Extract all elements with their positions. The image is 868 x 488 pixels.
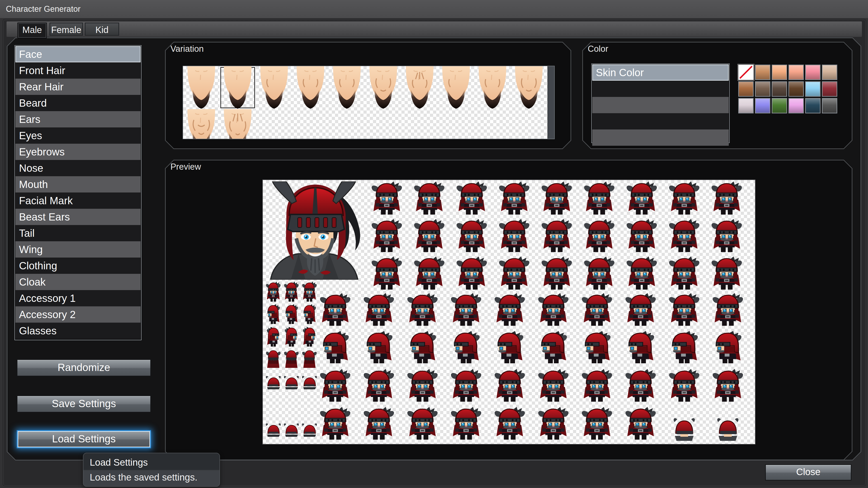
variation-cell-7[interactable]: [438, 66, 474, 109]
category-item-face[interactable]: Face: [16, 46, 141, 62]
tab-male[interactable]: Male: [18, 23, 47, 38]
preview-sprite-front: [370, 182, 404, 217]
preview-sprite-front: [493, 369, 527, 404]
preview-sprite-front: [318, 369, 352, 404]
category-item-rear-hair[interactable]: Rear Hair: [16, 78, 141, 95]
swatch-color-17[interactable]: [822, 98, 837, 113]
category-item-wing[interactable]: Wing: [16, 241, 141, 258]
preview-sprite-front: [536, 407, 570, 442]
character-portrait: [264, 182, 364, 280]
preview-sprite-side: [362, 331, 396, 366]
preview-sprite-back: [265, 349, 281, 371]
category-item-eyebrows[interactable]: Eyebrows: [16, 144, 141, 160]
category-item-accessory-1[interactable]: Accessory 1: [16, 290, 141, 306]
randomize-button[interactable]: Randomize: [17, 359, 151, 377]
preview-sprite-front: [405, 293, 439, 328]
preview-panel: Preview: [165, 160, 852, 460]
preview-sprite-front: [455, 256, 489, 292]
generator-window: MaleFemaleKid FaceFront HairRear HairBea…: [3, 19, 866, 486]
color-target-empty[interactable]: [592, 80, 729, 97]
swatch-none[interactable]: [738, 65, 754, 80]
category-item-cloak[interactable]: Cloak: [16, 274, 141, 290]
preview-sprite-front: [667, 219, 701, 255]
swatch-color-6[interactable]: [738, 81, 754, 97]
preview-sprite-front: [536, 369, 570, 404]
preview-sprite-side: [301, 304, 318, 326]
preview-sprite-front: [370, 256, 404, 292]
variation-cell-10[interactable]: [183, 109, 219, 139]
preview-sprite-front: [493, 293, 527, 328]
variation-cell-11[interactable]: [219, 109, 256, 139]
preview-sprite-front: [580, 293, 614, 328]
variation-cell-6[interactable]: [401, 66, 438, 109]
variation-cell-1[interactable]: [219, 66, 256, 109]
tooltip-body: Loads the saved settings.: [90, 471, 197, 484]
category-item-mouth[interactable]: Mouth: [16, 176, 141, 193]
category-item-beast-ears[interactable]: Beast Ears: [16, 209, 141, 225]
variation-cell-9[interactable]: [510, 66, 547, 109]
category-item-facial-mark[interactable]: Facial Mark: [16, 193, 141, 209]
category-item-eyes[interactable]: Eyes: [16, 127, 141, 144]
preview-sprite-front: [624, 369, 657, 404]
variation-cell-0[interactable]: [183, 66, 219, 109]
tab-kid[interactable]: Kid: [85, 23, 119, 36]
load-settings-button[interactable]: Load Settings: [17, 430, 151, 448]
category-item-front-hair[interactable]: Front Hair: [16, 62, 141, 78]
preview-sprite-front: [318, 407, 352, 442]
preview-sprite-blob: [283, 373, 300, 390]
color-target-empty[interactable]: [592, 97, 729, 113]
variation-cell-3[interactable]: [292, 66, 329, 109]
category-item-nose[interactable]: Nose: [16, 160, 141, 176]
swatch-color-1[interactable]: [755, 65, 770, 80]
color-target-skin-color[interactable]: Skin Color: [592, 64, 729, 80]
tab-female[interactable]: Female: [50, 23, 83, 36]
variation-cell-5[interactable]: [365, 66, 401, 109]
swatch-color-4[interactable]: [805, 65, 820, 80]
preview-sprite-front: [493, 407, 527, 442]
swatch-color-2[interactable]: [772, 65, 787, 80]
swatch-color-5[interactable]: [822, 65, 837, 80]
swatch-color-3[interactable]: [788, 65, 804, 80]
variation-scrollbar[interactable]: [548, 66, 554, 139]
save-settings-button[interactable]: Save Settings: [17, 395, 151, 413]
preview-sprite-blob: [265, 420, 281, 438]
category-item-tail[interactable]: Tail: [16, 225, 141, 241]
variation-cell-8[interactable]: [474, 66, 510, 109]
swatch-color-10[interactable]: [805, 81, 820, 97]
color-panel: Color Skin Color: [582, 42, 852, 149]
category-item-clothing[interactable]: Clothing: [16, 258, 141, 274]
category-item-ears[interactable]: Ears: [16, 111, 141, 127]
preview-sprite-front: [318, 293, 352, 328]
close-button[interactable]: Close: [765, 464, 851, 481]
color-target-empty[interactable]: [592, 129, 729, 146]
category-list[interactable]: FaceFront HairRear HairBeardEarsEyesEyeb…: [14, 45, 142, 340]
swatch-color-8[interactable]: [772, 81, 787, 97]
preview-sprite-front: [362, 293, 396, 328]
gender-tab-strip: MaleFemaleKid: [6, 21, 862, 37]
window-title: Character Generator: [6, 0, 81, 18]
preview-sprite-back: [301, 349, 318, 371]
tab-label: Male: [22, 25, 42, 35]
swatch-color-12[interactable]: [738, 98, 754, 113]
variation-panel-label: Variation: [170, 44, 204, 54]
swatch-color-16[interactable]: [805, 98, 820, 113]
color-target-list[interactable]: Skin Color: [591, 64, 730, 143]
category-item-beard[interactable]: Beard: [16, 95, 141, 111]
swatch-color-15[interactable]: [788, 98, 804, 113]
preview-sprite-side: [624, 331, 657, 366]
swatch-color-11[interactable]: [822, 81, 837, 97]
preview-sprite-side: [536, 331, 570, 366]
load-settings-tooltip: Load Settings Loads the saved settings.: [83, 453, 220, 487]
swatch-color-7[interactable]: [755, 81, 770, 97]
preview-sprite-front: [301, 282, 318, 303]
variation-cell-2[interactable]: [256, 66, 292, 109]
category-item-glasses[interactable]: Glasses: [16, 323, 141, 339]
preview-sheet: [262, 180, 755, 445]
swatch-color-13[interactable]: [755, 98, 770, 113]
swatch-color-9[interactable]: [788, 81, 804, 97]
category-item-accessory-2[interactable]: Accessory 2: [16, 306, 141, 323]
color-target-empty[interactable]: [592, 113, 729, 129]
variation-cell-4[interactable]: [329, 66, 365, 109]
swatch-color-14[interactable]: [772, 98, 787, 113]
preview-sprite-front: [497, 219, 531, 255]
